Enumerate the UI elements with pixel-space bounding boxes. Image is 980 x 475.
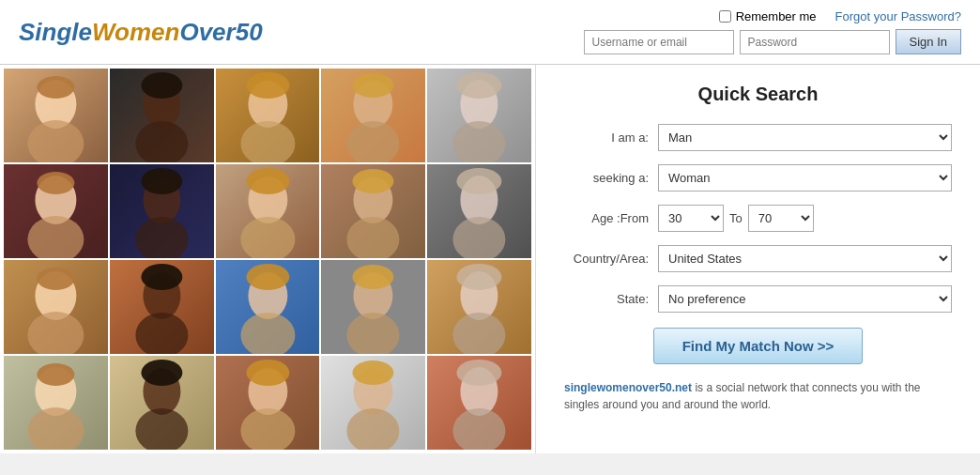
photo-cell[interactable] xyxy=(321,164,425,258)
country-label: Country/Area: xyxy=(564,252,658,266)
photo-cell[interactable] xyxy=(110,164,214,258)
svg-point-43 xyxy=(453,313,506,354)
seeking-select[interactable]: ManWoman xyxy=(658,164,952,192)
seeking-label: seeking a: xyxy=(564,171,658,185)
svg-point-47 xyxy=(37,363,74,386)
photo-cell[interactable] xyxy=(321,356,425,450)
state-control: No preferenceAlabamaAlaskaArizonaCalifor… xyxy=(658,285,952,313)
remember-me-checkbox[interactable] xyxy=(719,10,731,23)
svg-point-11 xyxy=(353,73,394,98)
country-control: United StatesCanadaUnited KingdomAustral… xyxy=(658,245,952,272)
age-row: Age :From 182025303540455055606570 To 30… xyxy=(564,205,952,232)
photo-cell[interactable] xyxy=(321,260,425,354)
svg-point-44 xyxy=(457,264,502,290)
svg-point-31 xyxy=(27,312,84,354)
i-am-a-label: I am a: xyxy=(564,130,658,145)
photo-cell[interactable] xyxy=(4,260,108,354)
svg-point-8 xyxy=(246,72,289,99)
country-select[interactable]: United StatesCanadaUnited KingdomAustral… xyxy=(658,245,952,272)
age-to-label: To xyxy=(729,211,743,225)
svg-point-50 xyxy=(141,360,182,386)
photo-cell[interactable] xyxy=(110,356,214,450)
photo-cell[interactable] xyxy=(216,260,320,354)
photo-cell[interactable] xyxy=(427,164,531,258)
state-select[interactable]: No preferenceAlabamaAlaskaArizonaCalifor… xyxy=(658,285,952,313)
site-description: singlewomenover50.net is a social networ… xyxy=(564,379,952,413)
svg-point-28 xyxy=(453,217,506,258)
svg-point-55 xyxy=(347,408,400,450)
age-from-select[interactable]: 182025303540455055606570 xyxy=(658,205,724,232)
svg-point-56 xyxy=(353,360,394,385)
svg-point-32 xyxy=(37,268,74,290)
age-control: 182025303540455055606570 To 303540455055… xyxy=(658,205,952,232)
header-inputs: Sign In xyxy=(584,29,961,54)
site-logo: SingleWomenOver50 xyxy=(19,18,263,47)
main-content: Quick Search I am a: ManWoman seeking a:… xyxy=(0,65,980,453)
svg-point-59 xyxy=(457,360,502,386)
forgot-password-link[interactable]: Forgot your Password? xyxy=(835,9,961,23)
seeking-row: seeking a: ManWoman xyxy=(564,164,952,192)
remember-me-label[interactable]: Remember me xyxy=(719,9,817,23)
state-label: State: xyxy=(564,292,658,306)
svg-point-49 xyxy=(135,408,188,450)
svg-point-5 xyxy=(141,72,182,99)
age-inputs: 182025303540455055606570 To 303540455055… xyxy=(658,205,952,232)
logo-women: Women xyxy=(92,18,179,46)
photo-cell[interactable] xyxy=(216,356,320,450)
svg-point-13 xyxy=(453,121,506,162)
svg-point-35 xyxy=(141,264,182,290)
header-top-row: Remember me Forgot your Password? xyxy=(719,9,961,23)
seeking-control: ManWoman xyxy=(658,164,952,192)
photo-cell[interactable] xyxy=(216,69,320,162)
header-right: Remember me Forgot your Password? Sign I… xyxy=(584,9,961,54)
i-am-a-control: ManWoman xyxy=(658,124,952,151)
state-row: State: No preferenceAlabamaAlaskaArizona… xyxy=(564,285,952,313)
photo-cell[interactable] xyxy=(110,69,214,162)
logo-over50: Over50 xyxy=(179,18,262,46)
svg-point-38 xyxy=(246,264,289,290)
photo-cell[interactable] xyxy=(321,69,425,162)
photo-grid xyxy=(0,65,535,453)
svg-point-23 xyxy=(246,168,289,194)
svg-point-16 xyxy=(27,216,84,258)
logo-single: Single xyxy=(19,18,92,46)
photo-cell[interactable] xyxy=(427,260,531,354)
photo-cell[interactable] xyxy=(427,69,531,162)
quick-search-title: Quick Search xyxy=(564,84,952,105)
username-input[interactable] xyxy=(584,30,734,54)
password-input[interactable] xyxy=(740,30,890,54)
svg-point-19 xyxy=(135,217,188,258)
svg-point-53 xyxy=(246,360,289,386)
svg-point-10 xyxy=(347,121,400,162)
country-row: Country/Area: United StatesCanadaUnited … xyxy=(564,245,952,272)
i-am-a-row: I am a: ManWoman xyxy=(564,124,952,151)
i-am-a-select[interactable]: ManWoman xyxy=(658,124,952,151)
find-match-button[interactable]: Find My Match Now >> xyxy=(653,328,864,364)
svg-point-46 xyxy=(27,407,84,450)
site-name: singlewomenover50.net xyxy=(564,381,692,394)
svg-point-7 xyxy=(240,121,295,162)
right-panel: Quick Search I am a: ManWoman seeking a:… xyxy=(535,65,980,453)
sign-in-button[interactable]: Sign In xyxy=(896,29,961,54)
photo-cell[interactable] xyxy=(110,260,214,354)
photo-cell[interactable] xyxy=(4,164,108,258)
svg-point-17 xyxy=(37,172,74,194)
photo-cell[interactable] xyxy=(4,356,108,450)
svg-point-41 xyxy=(353,265,394,289)
svg-point-25 xyxy=(347,217,400,258)
svg-point-29 xyxy=(457,168,502,194)
svg-point-2 xyxy=(37,76,74,99)
svg-point-58 xyxy=(453,408,506,450)
svg-point-34 xyxy=(135,313,188,354)
photo-cell[interactable] xyxy=(216,164,320,258)
svg-point-37 xyxy=(240,313,295,354)
svg-point-4 xyxy=(135,121,188,162)
age-to-select[interactable]: 303540455055606570758099 xyxy=(748,205,814,232)
age-label: Age :From xyxy=(564,211,658,225)
photo-cell[interactable] xyxy=(4,69,108,162)
svg-point-20 xyxy=(141,168,182,194)
photo-cell[interactable] xyxy=(427,356,531,450)
remember-me-text: Remember me xyxy=(736,9,817,23)
svg-point-40 xyxy=(347,313,400,354)
svg-point-52 xyxy=(240,408,295,450)
